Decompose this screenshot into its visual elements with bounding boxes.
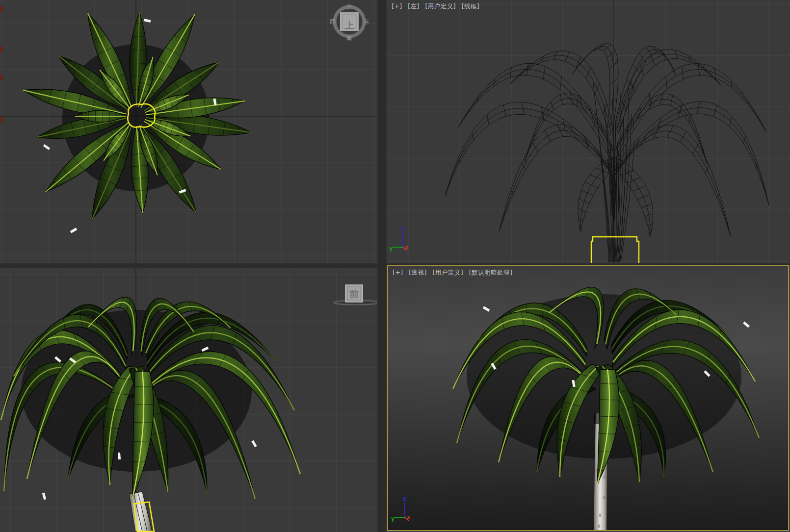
leaf-highlight-mark	[743, 322, 750, 328]
viewport-menu-button[interactable]: [+]	[392, 2, 402, 10]
viewport-perspective-active[interactable]: [+] [透视] [用户定义] [默认明暗处理] z y x	[387, 265, 789, 531]
viewport-view-button[interactable]: [透视]	[409, 269, 427, 276]
leaf-highlight-mark	[43, 144, 50, 150]
home-grid	[387, 0, 790, 263]
viewcube-north-label[interactable]: 北	[346, 3, 352, 10]
wireframe-leaf[interactable]	[573, 43, 618, 128]
wireframe-leaf[interactable]	[612, 125, 731, 236]
viewport-shading-button[interactable]: [线框]	[462, 2, 480, 10]
banana-tree-wireframe[interactable]	[445, 43, 769, 262]
leaf-highlight-mark	[42, 493, 46, 500]
viewport-top[interactable]: 上 北 南 西 东	[0, 0, 377, 263]
axis-z-label: z	[403, 495, 406, 502]
viewport-label-left: [+] [左] [用户定义] [线框]	[392, 2, 483, 11]
world-axis-tripod: z y x	[389, 225, 419, 255]
viewport-front[interactable]: 前	[0, 268, 377, 532]
axis-x-label: x	[405, 244, 408, 251]
top-view-canvas[interactable]	[0, 0, 377, 263]
axis-y-label: y	[391, 515, 395, 522]
viewcube-south-label[interactable]: 南	[346, 35, 352, 42]
front-view-canvas[interactable]	[0, 268, 377, 532]
viewport-menu-button[interactable]: [+]	[393, 269, 403, 276]
banana-tree-top[interactable]	[23, 12, 252, 233]
viewport-pov-button[interactable]: [用户定义]	[432, 269, 463, 276]
leaf-highlight-mark	[144, 19, 151, 23]
viewcube-top-label[interactable]: 上	[344, 20, 354, 30]
leaf-highlight-mark	[483, 306, 490, 311]
wireframe-leaf[interactable]	[525, 93, 613, 162]
axis-y-label: y	[389, 245, 393, 252]
banana-tree-perspective[interactable]	[453, 287, 759, 530]
axis-z-label: z	[401, 225, 404, 232]
viewcube-top[interactable]: 上 北 南 西 东	[326, 1, 373, 44]
viewcube-front[interactable]: 前	[322, 281, 377, 306]
viewport-shading-button[interactable]: [默认明暗处理]	[469, 269, 513, 276]
viewcube-east-label[interactable]: 东	[363, 18, 369, 25]
leaf-highlight-mark	[251, 440, 257, 448]
leaf-highlight-mark	[70, 228, 78, 233]
axis-x-label: x	[407, 514, 410, 521]
viewcube-west-label[interactable]: 西	[330, 18, 336, 25]
viewport-pov-button[interactable]: [用户定义]	[425, 2, 456, 10]
perspective-view-canvas[interactable]	[388, 266, 788, 530]
clipped-leaf-tip	[0, 6, 2, 12]
viewport-layout: 上 北 南 西 东 [+] [左] [用户定义] [线框] z y x	[0, 0, 790, 532]
banana-leaf[interactable]	[132, 371, 154, 499]
viewcube-front-label[interactable]: 前	[349, 288, 359, 299]
clipped-leaf-tip	[0, 47, 2, 52]
clipped-leaf-tip	[0, 75, 2, 80]
viewport-view-button[interactable]: [左]	[408, 2, 420, 10]
viewport-left-wireframe[interactable]: [+] [左] [用户定义] [线框] z y x	[387, 0, 790, 263]
viewport-label-perspective: [+] [透视] [用户定义] [默认明暗处理]	[393, 269, 516, 277]
left-view-canvas[interactable]	[387, 0, 790, 263]
banana-leaf[interactable]	[597, 369, 619, 484]
world-axis-tripod: z y x	[391, 495, 421, 525]
clipped-leaf-tip	[0, 117, 2, 123]
